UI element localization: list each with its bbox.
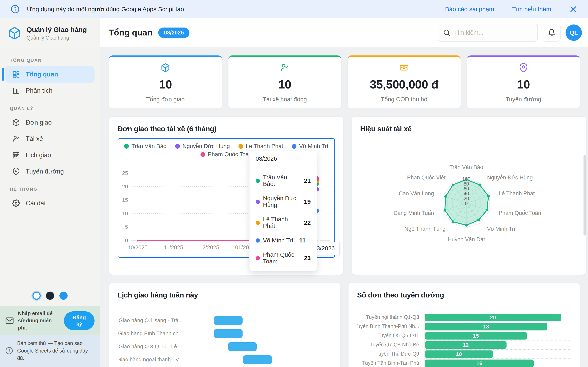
svg-text:Đặng Minh Tuấn: Đặng Minh Tuấn — [394, 210, 434, 216]
banner-text: Ứng dụng này do một người dùng Google Ap… — [27, 6, 184, 13]
svg-text:Lê Thành Phát: Lê Thành Phát — [499, 191, 535, 197]
section-manage-label: QUẢN LÝ — [10, 106, 95, 111]
close-icon[interactable] — [569, 5, 577, 13]
sidebar-item-analytics[interactable]: Phân tích — [5, 83, 95, 99]
sidebar-item-settings[interactable]: Cài đặt — [5, 195, 95, 211]
tooltip-row: Phạm Quốc Toàn:23 — [256, 251, 311, 265]
preview-banner: Bản xem thử — Tạo bản sao Google Sheets … — [0, 335, 100, 367]
gantt-task-label: Giao hàng Q.1 sáng - Trà... — [118, 314, 189, 327]
svg-text:40: 40 — [464, 191, 469, 196]
route-label: Tuyến Bình Thạnh-Phú Nh... — [357, 322, 424, 331]
page-scrollbar-thumb[interactable] — [584, 155, 586, 235]
user-check-icon — [12, 135, 20, 143]
legend-dot — [238, 144, 243, 149]
route-bar[interactable]: 20 — [425, 314, 561, 321]
legend-item[interactable]: Phạm Quốc Toàn — [200, 151, 252, 158]
legend-dot — [200, 152, 205, 157]
gantt-bar[interactable] — [243, 355, 272, 364]
route-bar-track: 10 — [424, 349, 571, 359]
search-input[interactable] — [454, 29, 532, 36]
sidebar-item-overview[interactable]: Tổng quan — [5, 66, 95, 83]
svg-text:Phạm Quốc Toàn: Phạm Quốc Toàn — [499, 210, 541, 216]
avatar[interactable]: QL — [566, 25, 582, 41]
month-badge[interactable]: 03/2026 — [158, 27, 190, 38]
theme-blue-dot[interactable] — [60, 292, 68, 300]
routes-bar-chart[interactable]: Tuyến nội thành Q1-Q320Tuyến Bình Thạnh-… — [357, 313, 571, 367]
gantt-track — [189, 353, 332, 366]
route-bar[interactable]: 16 — [425, 359, 534, 367]
route-bar[interactable]: 12 — [425, 341, 507, 349]
route-label: Tuyến nội thành Q1-Q3 — [357, 313, 424, 322]
route-label: Tuyến Thủ Đức-Q9 — [357, 349, 424, 359]
tooltip-title: 03/2026 — [256, 155, 311, 162]
theme-dark-dot[interactable] — [46, 292, 54, 300]
search-box[interactable] — [438, 24, 538, 42]
stat-value: 10 — [159, 77, 172, 91]
radar-chart[interactable]: 020406080100Trần Văn BảoNguyễn Đức HùngL… — [360, 135, 578, 267]
route-bar-value: 10 — [456, 351, 462, 357]
info-icon — [11, 5, 20, 14]
stat-label: Tổng COD thu hộ — [381, 96, 427, 103]
legend-item[interactable]: Trần Văn Bảo — [124, 143, 167, 150]
route-bar[interactable]: 18 — [425, 323, 547, 330]
tooltip-series-name: Nguyễn Đức Hùng: — [263, 195, 300, 208]
route-bar-value: 15 — [473, 333, 479, 339]
radar-chart-card: Hiệu suất tài xế 020406080100Trần Văn Bả… — [352, 117, 586, 275]
line-chart-card: Đơn giao theo tài xế (6 tháng) Trần Văn … — [109, 117, 343, 275]
svg-text:10: 10 — [122, 210, 128, 217]
route-label: Tuyến Q7-Q8-Nhà Bè — [357, 340, 424, 349]
route-bar-value: 18 — [483, 323, 489, 330]
sidebar-item-label: Cài đặt — [26, 200, 46, 207]
gantt-bar[interactable] — [214, 316, 242, 325]
notifications-button[interactable] — [543, 24, 561, 42]
tooltip-series-value: 22 — [304, 219, 311, 226]
route-bar[interactable]: 10 — [425, 350, 493, 358]
legend-item[interactable]: Nguyễn Đức Hùng — [175, 143, 230, 150]
svg-text:0: 0 — [125, 237, 128, 243]
tooltip-series-dot — [256, 238, 260, 243]
legend-item[interactable]: Võ Minh Trí — [292, 143, 328, 150]
sidebar-item-schedule[interactable]: Lịch giao — [5, 147, 95, 163]
route-bar-value: 12 — [463, 342, 469, 348]
tooltip-series-name: Võ Minh Trí: — [263, 237, 295, 244]
tooltip-row: Lê Thành Phát:22 — [256, 216, 311, 229]
svg-text:25: 25 — [122, 170, 128, 176]
sidebar-item-label: Lịch giao — [26, 151, 51, 159]
svg-text:60: 60 — [464, 186, 469, 192]
bar-chart-icon — [12, 87, 20, 95]
bell-icon — [548, 29, 555, 36]
signup-button[interactable]: Đăng ký — [64, 311, 95, 330]
sidebar-item-routes[interactable]: Tuyến đường — [5, 163, 95, 180]
route-bar-track: 20 — [424, 313, 571, 322]
stat-value: 10 — [517, 77, 530, 91]
legend-item[interactable]: Lê Thành Phát — [238, 143, 283, 150]
chart-tooltip: 03/2026 Trần Văn Bảo:21Nguyễn Đức Hùng:1… — [249, 150, 317, 271]
theme-light-dot[interactable] — [33, 292, 41, 300]
legend-label: Võ Minh Trí — [299, 143, 328, 150]
gantt-track — [189, 314, 332, 327]
section-overview-label: TỔNG QUAN — [10, 58, 95, 63]
stat-label: Tuyến đường — [506, 96, 541, 103]
sidebar-item-orders[interactable]: Đơn giao — [5, 114, 95, 131]
gantt-bar[interactable] — [214, 329, 242, 338]
sidebar-item-drivers[interactable]: Tài xế — [5, 131, 95, 147]
line-chart[interactable]: Trần Văn BảoNguyễn Đức HùngLê Thành Phát… — [118, 138, 335, 258]
gantt-bar[interactable] — [228, 342, 257, 351]
route-bar-value: 20 — [490, 314, 496, 320]
route-bar-value: 16 — [476, 360, 482, 366]
gantt-chart[interactable]: Giao hàng Q.1 sáng - Trà...Giao hàng Bìn… — [118, 314, 332, 367]
page-title: Tổng quan — [109, 28, 153, 38]
stat-card-total-orders: 10 Tổng đơn giao — [109, 55, 222, 108]
email-banner-text: Nhập email để sử dụng miễn phí. — [18, 310, 60, 331]
report-abuse-link[interactable]: Báo cáo sai phạm — [445, 6, 494, 13]
tooltip-series-value: 11 — [299, 237, 306, 244]
stat-label: Tổng đơn giao — [146, 96, 185, 103]
tooltip-series-value: 21 — [304, 177, 311, 184]
routes-bar-card: Số đơn theo tuyến đường Tuyến nội thành … — [348, 283, 580, 367]
route-label: Tuyến Q5-Q6-Q11 — [357, 331, 424, 340]
learn-more-link[interactable]: Tìm hiểu thêm — [512, 6, 551, 13]
gear-icon — [12, 200, 20, 207]
svg-text:Huỳnh Văn Đạt: Huỳnh Văn Đạt — [448, 236, 485, 242]
calendar-icon — [12, 151, 20, 159]
route-bar[interactable]: 15 — [425, 332, 527, 340]
